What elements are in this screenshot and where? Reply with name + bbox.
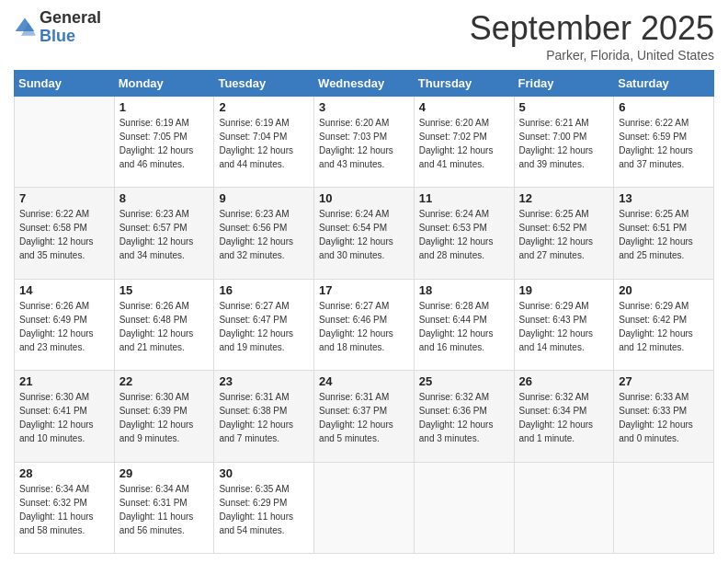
day-number: 8 [119,191,210,205]
day-number: 14 [19,283,109,297]
title-block: September 2025 Parker, Florida, United S… [470,9,714,63]
sunset-text: Sunset: 6:48 PM [119,313,210,327]
day-info: Sunrise: 6:34 AMSunset: 6:31 PMDaylight:… [119,482,210,537]
sunrise-text: Sunrise: 6:26 AM [119,299,210,313]
daylight-text: Daylight: 12 hours and 28 minutes. [419,235,509,262]
sunrise-text: Sunrise: 6:30 AM [19,390,109,404]
day-number: 24 [319,374,409,388]
daylight-text: Daylight: 12 hours and 21 minutes. [119,327,210,354]
sunset-text: Sunset: 6:42 PM [619,313,709,327]
day-info: Sunrise: 6:28 AMSunset: 6:44 PMDaylight:… [419,299,509,354]
day-info: Sunrise: 6:30 AMSunset: 6:39 PMDaylight:… [119,390,210,445]
table-row: 10Sunrise: 6:24 AMSunset: 6:54 PMDayligh… [314,188,415,279]
day-info: Sunrise: 6:19 AMSunset: 7:04 PMDaylight:… [219,116,309,171]
logo-icon [14,17,36,39]
day-info: Sunrise: 6:22 AMSunset: 6:58 PMDaylight:… [19,207,109,262]
sunset-text: Sunset: 6:43 PM [519,313,609,327]
sunrise-text: Sunrise: 6:29 AM [519,299,609,313]
table-row: 26Sunrise: 6:32 AMSunset: 6:34 PMDayligh… [514,371,614,462]
sunset-text: Sunset: 6:34 PM [519,404,609,418]
sunrise-text: Sunrise: 6:34 AM [19,482,109,496]
month-title: September 2025 [470,9,714,48]
day-info: Sunrise: 6:31 AMSunset: 6:37 PMDaylight:… [319,390,409,445]
table-row: 13Sunrise: 6:25 AMSunset: 6:51 PMDayligh… [614,188,714,279]
logo-general: General [40,9,101,28]
sunrise-text: Sunrise: 6:31 AM [219,390,309,404]
page: General Blue September 2025 Parker, Flor… [0,0,728,563]
day-info: Sunrise: 6:33 AMSunset: 6:33 PMDaylight:… [619,390,709,445]
daylight-text: Daylight: 12 hours and 1 minute. [519,418,609,445]
col-saturday: Saturday [614,71,714,97]
day-number: 12 [519,191,609,205]
daylight-text: Daylight: 12 hours and 0 minutes. [619,418,709,445]
day-number: 4 [419,100,509,114]
daylight-text: Daylight: 12 hours and 19 minutes. [219,327,309,354]
sunset-text: Sunset: 7:02 PM [419,130,509,144]
daylight-text: Daylight: 12 hours and 12 minutes. [619,327,709,354]
sunset-text: Sunset: 7:03 PM [319,130,409,144]
table-row: 23Sunrise: 6:31 AMSunset: 6:38 PMDayligh… [214,371,314,462]
day-number: 13 [619,191,709,205]
day-number: 21 [19,374,109,388]
sunrise-text: Sunrise: 6:24 AM [319,207,409,221]
table-row: 6Sunrise: 6:22 AMSunset: 6:59 PMDaylight… [614,97,714,188]
table-row: 7Sunrise: 6:22 AMSunset: 6:58 PMDaylight… [15,188,115,279]
table-row: 22Sunrise: 6:30 AMSunset: 6:39 PMDayligh… [114,371,214,462]
day-number: 11 [419,191,509,205]
day-number: 9 [219,191,309,205]
table-row: 14Sunrise: 6:26 AMSunset: 6:49 PMDayligh… [15,279,115,370]
col-monday: Monday [114,71,214,97]
sunrise-text: Sunrise: 6:32 AM [519,390,609,404]
sunrise-text: Sunrise: 6:19 AM [119,116,210,130]
day-number: 1 [119,100,210,114]
sunset-text: Sunset: 6:44 PM [419,313,509,327]
table-row: 29Sunrise: 6:34 AMSunset: 6:31 PMDayligh… [114,462,214,553]
day-info: Sunrise: 6:24 AMSunset: 6:53 PMDaylight:… [419,207,509,262]
sunrise-text: Sunrise: 6:23 AM [219,207,309,221]
day-info: Sunrise: 6:21 AMSunset: 7:00 PMDaylight:… [519,116,609,171]
day-info: Sunrise: 6:26 AMSunset: 6:49 PMDaylight:… [19,299,109,354]
sunset-text: Sunset: 7:00 PM [519,130,609,144]
day-info: Sunrise: 6:25 AMSunset: 6:51 PMDaylight:… [619,207,709,262]
sunrise-text: Sunrise: 6:19 AM [219,116,309,130]
sunrise-text: Sunrise: 6:32 AM [419,390,509,404]
day-number: 23 [219,374,309,388]
sunset-text: Sunset: 6:56 PM [219,221,309,235]
day-info: Sunrise: 6:29 AMSunset: 6:43 PMDaylight:… [519,299,609,354]
sunrise-text: Sunrise: 6:27 AM [319,299,409,313]
table-row: 5Sunrise: 6:21 AMSunset: 7:00 PMDaylight… [514,97,614,188]
sunset-text: Sunset: 6:58 PM [19,221,109,235]
table-row: 25Sunrise: 6:32 AMSunset: 6:36 PMDayligh… [414,371,514,462]
day-info: Sunrise: 6:25 AMSunset: 6:52 PMDaylight:… [519,207,609,262]
sunrise-text: Sunrise: 6:23 AM [119,207,210,221]
daylight-text: Daylight: 11 hours and 58 minutes. [19,510,109,537]
sunset-text: Sunset: 6:31 PM [119,496,210,510]
table-row: 12Sunrise: 6:25 AMSunset: 6:52 PMDayligh… [514,188,614,279]
sunset-text: Sunset: 6:37 PM [319,404,409,418]
logo-blue: Blue [40,28,101,46]
daylight-text: Daylight: 12 hours and 35 minutes. [19,235,109,262]
calendar-header-row: Sunday Monday Tuesday Wednesday Thursday… [15,71,714,97]
sunset-text: Sunset: 6:53 PM [419,221,509,235]
daylight-text: Daylight: 12 hours and 43 minutes. [319,144,409,171]
day-number: 29 [119,466,210,480]
day-number: 18 [419,283,509,297]
day-info: Sunrise: 6:30 AMSunset: 6:41 PMDaylight:… [19,390,109,445]
day-number: 2 [219,100,309,114]
header: General Blue September 2025 Parker, Flor… [14,9,714,63]
logo: General Blue [14,9,101,46]
sunset-text: Sunset: 7:05 PM [119,130,210,144]
table-row: 11Sunrise: 6:24 AMSunset: 6:53 PMDayligh… [414,188,514,279]
daylight-text: Daylight: 12 hours and 30 minutes. [319,235,409,262]
sunset-text: Sunset: 6:33 PM [619,404,709,418]
daylight-text: Daylight: 12 hours and 14 minutes. [519,327,609,354]
sunrise-text: Sunrise: 6:28 AM [419,299,509,313]
day-number: 30 [219,466,309,480]
sunset-text: Sunset: 6:29 PM [219,496,309,510]
day-number: 28 [19,466,109,480]
sunrise-text: Sunrise: 6:26 AM [19,299,109,313]
calendar-table: Sunday Monday Tuesday Wednesday Thursday… [14,70,714,554]
day-number: 22 [119,374,210,388]
day-number: 19 [519,283,609,297]
day-info: Sunrise: 6:35 AMSunset: 6:29 PMDaylight:… [219,482,309,537]
